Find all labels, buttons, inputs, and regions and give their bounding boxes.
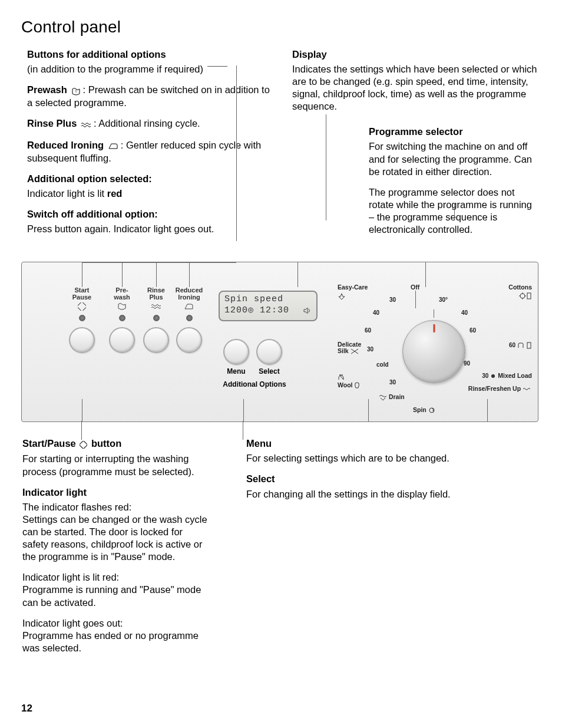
callout-line — [189, 262, 190, 287]
svg-rect-1 — [78, 302, 86, 311]
cottons-icon — [519, 292, 532, 300]
select-button[interactable] — [256, 339, 282, 365]
dial-cottons-label: Cottons — [508, 284, 532, 300]
callout-line — [326, 114, 326, 220]
programme-selector-knob[interactable] — [402, 320, 465, 383]
btn-menu: Menu — [220, 334, 253, 376]
dial-delicate-silk-label: Delicate Silk — [338, 341, 361, 354]
start-pause-button[interactable] — [69, 327, 95, 353]
callout-line — [156, 262, 157, 287]
dial-pointer — [433, 324, 435, 332]
svg-point-6 — [491, 374, 495, 378]
rinseplus-label: Rinse Plus — [27, 118, 77, 129]
svg-text:I: I — [75, 89, 77, 93]
dial-spin-label: Spin — [413, 406, 435, 414]
easycare-icon — [338, 292, 346, 300]
mixed-load-icon — [490, 373, 496, 379]
svg-rect-5 — [527, 342, 531, 348]
callout-line — [415, 291, 416, 308]
dial-60-intensive-label: 60 — [509, 341, 532, 350]
btn-rinse-plus: RinsePlus — [138, 287, 174, 353]
lower-col-right: Menu For selecting settings which are to… — [246, 437, 540, 663]
prewash-button[interactable] — [109, 327, 135, 353]
rinseplus-after: : Additional rinsing cycle. — [94, 118, 200, 129]
additional-options-label: Additional Options — [210, 380, 299, 389]
display-body: Indicates the settings which have been s… — [292, 63, 540, 113]
menu-button[interactable] — [223, 339, 249, 365]
callout-line — [122, 262, 123, 287]
spin-icon — [428, 407, 435, 414]
wool-icon — [354, 382, 360, 389]
page-number: 12 — [21, 702, 32, 715]
rinseplus-icon — [138, 302, 174, 311]
rpm-icon: ◎ — [248, 305, 254, 315]
start-pause-icon — [80, 438, 87, 450]
svg-rect-7 — [80, 441, 87, 449]
dial-temp: 30 — [389, 297, 396, 304]
dial-wool-label: Wool — [338, 373, 360, 389]
dial-temp: 40 — [461, 309, 468, 317]
prewash-label: Prewash — [27, 84, 67, 95]
speaker-icon — [303, 307, 312, 315]
rinse-plus-button[interactable] — [143, 327, 169, 353]
indicator-p1: The indicator flashes red: Settings can … — [22, 501, 211, 564]
buttons-subhead: (in addition to the programme if require… — [27, 63, 275, 75]
callout-line — [425, 262, 426, 287]
selector-heading: Programme selector — [369, 126, 463, 137]
select-heading: Select — [246, 473, 275, 484]
callout-line — [454, 203, 455, 220]
dial-temp: 90 — [464, 360, 470, 368]
selector-p1: For switching the machine on and off and… — [369, 140, 540, 177]
iron-icon — [171, 302, 207, 311]
callout-line — [243, 421, 243, 440]
prewash-line: Prewash I : Prewash can be switched on i… — [27, 84, 275, 109]
indicator-light — [119, 315, 125, 321]
indicator-heading: Indicator light — [22, 487, 87, 498]
dial-temp: 30 — [389, 379, 396, 387]
menu-label: Menu — [220, 367, 253, 376]
stain-icon — [526, 342, 532, 349]
lower-columns: Start/Pause button For starting or inter… — [21, 437, 540, 663]
menu-heading: Menu — [246, 438, 272, 449]
handwash-icon — [338, 374, 345, 381]
select-text: For changing all the settings in the dis… — [246, 488, 540, 500]
dial-temp: 60 — [470, 327, 476, 335]
col-display-selector: Display Indicates the settings which hav… — [292, 48, 540, 244]
dial-drain-label: Drain — [379, 393, 405, 401]
reduced-line: Reduced Ironing : Gentler reduced spin c… — [27, 139, 275, 164]
rinseplus-line: Rinse Plus : Additional rinsing cycle. — [27, 117, 275, 130]
display-line1: Spin speed — [224, 294, 312, 305]
dial-mixed-load-label: 30 Mixed Load — [482, 372, 532, 380]
startpause-heading: Start/Pause button — [22, 438, 121, 449]
svg-rect-3 — [527, 293, 531, 299]
iron-icon — [108, 140, 120, 152]
reduced-ironing-button[interactable] — [176, 327, 202, 353]
indicator-p3: Indicator light goes out: Programme has … — [22, 617, 211, 654]
panel-diagram: StartPause Pre-wash RinsePlus — [21, 262, 540, 422]
intensive-icon — [517, 342, 524, 349]
display-line2: 1200◎ 12:30 — [224, 305, 312, 316]
rinse-icon — [523, 387, 532, 391]
indicator-light — [186, 315, 193, 321]
btn-reduced-ironing: ReducedIroning — [171, 287, 207, 353]
btn-start-pause: StartPause — [64, 287, 100, 353]
reduced-label: Reduced Ironing — [27, 140, 104, 150]
opt-selected-t: Indicator light is lit red — [27, 187, 275, 200]
callout-line — [297, 262, 298, 287]
btn-prewash: Pre-wash — [104, 287, 140, 353]
silk-icon — [351, 348, 359, 354]
startpause-text: For starting or interrupting the washing… — [22, 453, 211, 477]
indicator-p2: Indicator light is lit red: Programme is… — [22, 571, 211, 608]
dial-temp: 30° — [439, 297, 448, 304]
panel-frame: StartPause Pre-wash RinsePlus — [21, 262, 538, 422]
callout-line — [82, 262, 82, 287]
switchoff-t: Press button again. Indicator light goes… — [27, 223, 275, 235]
callout-line — [82, 399, 82, 421]
dial-temp: cold — [376, 361, 389, 369]
dial-temp: 60 — [365, 327, 371, 335]
menu-text: For selecting settings which are to be c… — [246, 452, 540, 465]
dial-easycare-label: Easy-Care — [338, 284, 368, 300]
buttons-heading: Buttons for additional options — [27, 49, 166, 60]
lcd-display: Spin speed 1200◎ 12:30 — [219, 291, 318, 321]
lower-col-left: Start/Pause button For starting or inter… — [21, 437, 211, 663]
